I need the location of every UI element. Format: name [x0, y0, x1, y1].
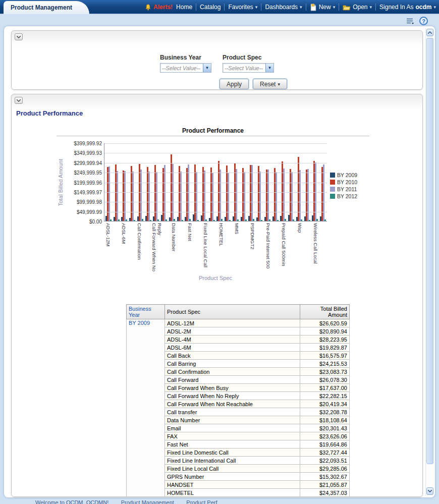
bar[interactable]: [166, 219, 167, 221]
x-tick-slot: Data Number: [170, 221, 178, 272]
page-toolbar: ?: [406, 17, 428, 25]
bar[interactable]: [220, 170, 221, 221]
apply-button[interactable]: Apply: [220, 79, 249, 89]
bar[interactable]: [110, 219, 112, 221]
bar[interactable]: [182, 220, 183, 221]
bar[interactable]: [117, 171, 118, 221]
bar[interactable]: [267, 170, 269, 221]
column-header-business-year[interactable]: Business Year: [127, 305, 165, 319]
bar[interactable]: [269, 219, 270, 221]
bar[interactable]: [276, 172, 277, 221]
chevron-down-icon: ▾: [370, 5, 372, 10]
home-link[interactable]: Home: [176, 4, 192, 11]
scrollbar-thumb[interactable]: [426, 38, 433, 464]
bar[interactable]: [244, 172, 245, 221]
bar[interactable]: [134, 220, 135, 221]
bar[interactable]: [156, 172, 157, 221]
bar-group: [224, 143, 232, 221]
bar[interactable]: [197, 220, 199, 221]
bar[interactable]: [189, 219, 191, 221]
page-options-icon[interactable]: [406, 18, 415, 25]
bar[interactable]: [251, 165, 253, 221]
new-menu[interactable]: New▾: [310, 4, 336, 11]
bar[interactable]: [316, 219, 318, 221]
bar[interactable]: [142, 219, 143, 221]
bar[interactable]: [261, 220, 262, 221]
bar[interactable]: [228, 173, 229, 221]
bar[interactable]: [301, 219, 302, 221]
bar[interactable]: [180, 172, 182, 221]
bar[interactable]: [205, 219, 207, 221]
business-year-cell[interactable]: BY 2009: [127, 319, 165, 497]
bar[interactable]: [309, 220, 310, 221]
alerts-link[interactable]: Alerts!: [145, 4, 173, 11]
bar[interactable]: [148, 172, 150, 221]
collapse-section-button[interactable]: [15, 33, 23, 40]
bar[interactable]: [174, 219, 175, 221]
bar[interactable]: [236, 169, 237, 221]
bar[interactable]: [140, 170, 142, 221]
bar[interactable]: [307, 169, 309, 221]
x-tick-slot: Call Forward When No Reply: [151, 221, 161, 272]
favorites-menu[interactable]: Favorites▾: [228, 4, 257, 11]
signed-in-menu[interactable]: Signed In As ocdm ▾: [379, 4, 436, 11]
bar[interactable]: [324, 219, 326, 221]
x-tick-label: MMS: [234, 223, 239, 272]
chevron-down-icon: ▾: [278, 82, 280, 87]
bar[interactable]: [212, 173, 213, 221]
bar[interactable]: [237, 219, 239, 221]
dashboard-tab-label: Product Management: [11, 4, 72, 11]
menu-separator: [224, 4, 225, 11]
bar[interactable]: [253, 219, 254, 221]
bar[interactable]: [196, 172, 197, 221]
scroll-down-button[interactable]: [426, 487, 433, 495]
dropdown-arrow-icon[interactable]: ▼: [203, 64, 211, 72]
reset-button[interactable]: Reset▾: [253, 79, 287, 89]
chevron-down-icon: ▾: [333, 5, 336, 10]
product-spec-cell: IDD: [165, 497, 300, 497]
dashboards-menu[interactable]: Dashboards▾: [265, 4, 302, 11]
legend-label: BY 2012: [337, 193, 357, 199]
business-year-select[interactable]: --Select Value-- ▼: [160, 63, 211, 73]
product-spec-cell: Call Forward When Busy: [165, 384, 300, 392]
bar[interactable]: [118, 219, 120, 221]
product-spec-select[interactable]: --Select Value-- ▼: [223, 63, 274, 73]
bar[interactable]: [157, 219, 159, 221]
bar[interactable]: [213, 220, 215, 221]
collapse-section-button[interactable]: [15, 97, 23, 104]
column-header-total-billed-amount[interactable]: Total Billed Amount: [300, 305, 350, 319]
bar[interactable]: [229, 220, 231, 221]
bar[interactable]: [277, 220, 279, 221]
bar[interactable]: [259, 172, 261, 221]
scroll-up-button[interactable]: [426, 29, 433, 36]
help-icon[interactable]: ?: [419, 17, 428, 25]
bar[interactable]: [291, 172, 293, 221]
bar[interactable]: [299, 170, 301, 221]
bar[interactable]: [108, 166, 110, 221]
dashboard-tab-product-management[interactable]: Product Management: [4, 1, 89, 14]
x-tick-label: Prepaid Call 500min: [281, 223, 287, 272]
bar[interactable]: [204, 171, 205, 221]
bar[interactable]: [293, 219, 294, 221]
bar[interactable]: [150, 220, 151, 221]
bar[interactable]: [126, 219, 127, 221]
dropdown-arrow-icon[interactable]: ▼: [265, 64, 273, 72]
catalog-link[interactable]: Catalog: [200, 4, 221, 11]
bar[interactable]: [164, 165, 166, 221]
bar[interactable]: [132, 172, 134, 221]
product-spec-cell: Fixed Line Domestic Call: [165, 449, 300, 457]
column-header-product-spec[interactable]: Product Spec: [165, 305, 300, 319]
bar[interactable]: [245, 219, 247, 221]
bar[interactable]: [285, 219, 286, 221]
open-menu[interactable]: Open▾: [343, 4, 372, 11]
bar[interactable]: [283, 169, 285, 221]
chevron-down-icon: ▾: [433, 5, 436, 10]
bar-group: [232, 143, 240, 221]
x-tick-slot: [225, 221, 233, 272]
bar-group: [255, 143, 263, 221]
vertical-scrollbar[interactable]: [425, 28, 433, 495]
x-tick-slot: Fixed Line Local Call: [201, 221, 209, 272]
bar[interactable]: [221, 219, 223, 221]
product-spec-cell: HOMETEL: [165, 489, 300, 497]
bar[interactable]: [124, 171, 126, 221]
